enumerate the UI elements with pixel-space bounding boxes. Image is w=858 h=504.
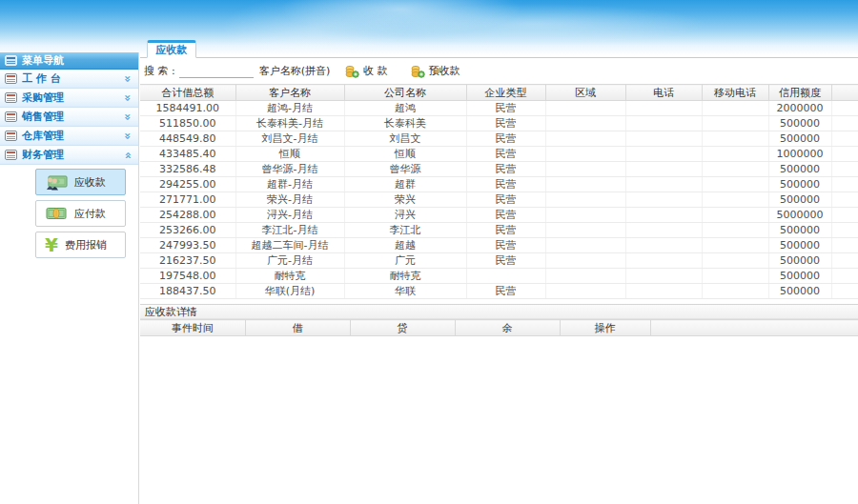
table-row[interactable]: 294255.00 超群-月结 超群 民营 500000 [140,177,858,192]
cell-credit-limit: 500000 [768,238,831,253]
cell-phone [625,253,702,269]
cell-clipped: ...... [768,299,831,304]
table-row[interactable]: 1584491.00 超鸿-月结 超鸿 民营 2000000 [140,101,858,116]
cell-total-debit: 448549.80 [140,131,235,147]
tab-label: 应收款 [156,43,188,57]
submenu-item-label: 费用报销 [65,238,107,252]
table-row[interactable]: 188437.50 华联(月结) 华联 民营 500000 [140,284,858,299]
cell-customer-name: 超群-月结 [235,177,344,192]
receivable-icon [45,173,68,191]
cell-mobile [702,192,768,208]
cell-customer-name: 刘昌文-月结 [235,131,344,147]
cell-phone [625,101,702,116]
chevron-double-down-icon[interactable] [122,75,133,83]
coins-icon [411,65,425,78]
table-row[interactable]: 511850.00 长泰科美-月结 长泰科美 民营 500000 [140,116,858,131]
cell-customer-name: 浔兴-月结 [235,208,344,223]
cell-credit-limit: 500000 [768,284,831,299]
cell-phone [625,208,702,223]
tab-strip: 应收款 [140,41,858,58]
chevron-double-down-icon[interactable] [122,132,133,140]
column-header-filler [831,85,858,101]
cell-company-name: 长泰科美 [344,116,466,131]
column-header: 客户名称 [235,85,344,101]
cell-enterprise-type: 民营 [466,101,545,116]
table-row[interactable]: 197548.00 耐特克 耐特克 500000 [140,269,858,284]
cell-enterprise-type: 民营 [466,162,545,177]
cell-company-name: 恒顺 [344,147,466,162]
cell-company-name: 曾华源 [344,162,466,177]
cell-credit-limit: 500000 [768,131,831,147]
finance-submenu: 应收款 应付款 ¥ 费用报销 [0,165,138,258]
submenu-item-receivables[interactable]: 应收款 [35,169,126,195]
search-label: 搜 索 : [144,64,175,78]
sidebar-header-label: 菜单导航 [22,53,64,68]
sidebar-item-purchase[interactable]: 采购管理 [0,89,138,108]
table-row[interactable]: 216237.50 广元-月结 广元 民营 500000 [140,253,858,269]
column-header: 企业类型 [466,85,545,101]
table-row[interactable]: 254288.00 浔兴-月结 浔兴 民营 5000000 [140,208,858,223]
sidebar-item-finance[interactable]: 财务管理 [0,146,138,165]
chevron-double-up-icon[interactable] [122,151,133,159]
cell-credit-limit: 5000000 [768,208,831,223]
column-header: 信用额度 [768,85,831,101]
cell-phone [625,238,702,253]
yen-icon: ¥ [45,235,58,254]
submenu-item-payables[interactable]: 应付款 [35,200,126,227]
cell-phone [625,177,702,192]
table-row[interactable]: 433485.40 恒顺 恒顺 民营 1000000 [140,147,858,162]
submenu-item-expense[interactable]: ¥ 费用报销 [35,232,126,258]
tab-receivables[interactable]: 应收款 [147,40,196,58]
search-toolbar: 搜 索 : 客户名称(拼音) 收 款 [140,58,858,84]
menu-list-icon [5,73,17,84]
chevron-double-down-icon[interactable] [122,94,133,102]
column-header: 操作 [560,320,650,336]
clipped-table-row[interactable]: ...... ...... ...... ...... [140,299,858,304]
detail-title: 应收款详情 [145,305,197,319]
table-row[interactable]: 253266.00 李江北-月结 李江北 民营 500000 [140,223,858,238]
cell-clipped [545,299,625,304]
receivables-table: 合计借总额 客户名称 公司名称 企业类型 区域 电话 移动电话 信用额度 158… [140,84,858,299]
column-header: 区域 [545,85,625,101]
cell-clipped [625,299,702,304]
cell-phone [625,284,702,299]
cell-region [545,192,625,208]
cell-mobile [702,223,768,238]
cell-company-name: 荣兴 [344,192,466,208]
submenu-item-label: 应收款 [74,175,106,190]
cell-total-debit: 294255.00 [140,177,235,192]
cell-filler [831,253,858,269]
table-row[interactable]: 332586.48 曾华源-月结 曾华源 民营 500000 [140,162,858,177]
cell-enterprise-type [466,269,545,284]
cell-region [545,116,625,131]
cell-mobile [702,147,768,162]
cell-region [545,162,625,177]
precollect-button[interactable]: 预收款 [411,64,460,78]
sidebar-item-workbench[interactable]: 工 作 台 [0,70,138,89]
cell-total-debit: 197548.00 [140,269,235,284]
cell-company-name: 刘昌文 [344,131,466,147]
cell-credit-limit: 500000 [768,116,831,131]
collect-button[interactable]: 收 款 [345,64,388,78]
search-field-hint: 客户名称(拼音) [259,64,331,78]
cell-total-debit: 247993.50 [140,238,235,253]
cell-clipped: ...... [344,299,466,304]
sidebar-header: 菜单导航 [0,52,138,70]
collect-button-label: 收 款 [363,64,388,78]
cell-enterprise-type: 民营 [466,208,545,223]
cell-customer-name: 超鸿-月结 [235,101,344,116]
sidebar-item-sales[interactable]: 销售管理 [0,108,138,127]
cell-customer-name: 李江北-月结 [235,223,344,238]
table-row[interactable]: 448549.80 刘昌文-月结 刘昌文 民营 500000 [140,131,858,147]
sidebar-item-label: 仓库管理 [22,129,64,143]
cell-credit-limit: 1000000 [768,147,831,162]
chevron-double-down-icon[interactable] [122,113,133,121]
cell-credit-limit: 500000 [768,162,831,177]
sidebar-item-warehouse[interactable]: 仓库管理 [0,127,138,146]
search-input[interactable] [179,64,254,78]
column-header: 余 [455,320,560,336]
table-row[interactable]: 247993.50 超越二车间-月结 超越 民营 500000 [140,238,858,253]
cell-mobile [702,177,768,192]
table-row[interactable]: 271771.00 荣兴-月结 荣兴 民营 500000 [140,192,858,208]
cell-filler [831,177,858,192]
